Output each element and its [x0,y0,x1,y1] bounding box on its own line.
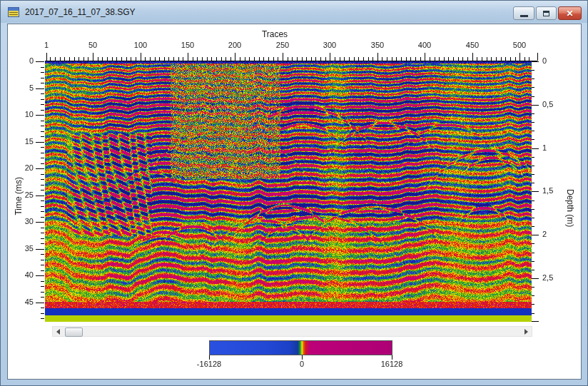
top-axis-major-tick [377,53,378,61]
time-tick-label: 20 [14,163,34,173]
trace-tick-label: 450 [458,41,487,50]
top-axis-minor-tick [150,57,151,61]
left-axis-minor-tick [41,136,44,137]
time-tick-label: 40 [14,270,34,280]
time-tick-label: 35 [14,244,34,253]
left-axis-minor-tick [41,297,44,298]
right-axis-minor-tick [532,131,534,131]
top-axis-minor-tick [263,57,264,61]
top-axis-minor-tick [278,57,278,61]
right-axis-minor-tick [532,139,534,140]
scrollbar-thumb[interactable] [65,327,83,337]
top-axis-minor-tick [382,57,382,61]
left-axis-major-tick [36,275,44,276]
top-axis-minor-tick [88,57,88,61]
top-axis-minor-tick [482,57,482,61]
top-axis-minor-tick [510,57,511,61]
depth-tick-label: 1,5 [542,186,564,195]
trace-tick-label: 200 [220,41,249,50]
restore-icon [543,11,549,16]
left-axis-major-tick [36,61,44,62]
top-axis-minor-tick [155,57,156,61]
right-axis-minor-tick [532,243,534,244]
top-axis-minor-tick [529,57,529,61]
top-axis-line [45,61,537,61]
top-axis-minor-tick [159,57,160,61]
top-axis-minor-tick [178,57,179,61]
top-axis-minor-tick [193,57,193,61]
top-axis-minor-tick [83,57,84,61]
top-axis-minor-tick [487,57,487,61]
scroll-left-button[interactable] [53,327,64,336]
top-axis-minor-tick [136,57,136,61]
top-axis-minor-tick [254,57,255,61]
right-axis-minor-tick [532,157,534,158]
time-tick-label: 25 [14,191,34,200]
left-axis-minor-tick [41,147,44,148]
client-area: Traces Time (ms) Depth (m) 1501001502002… [7,24,582,380]
depth-tick-label: 2 [542,230,564,239]
trace-tick-label: 350 [363,41,392,50]
top-axis-minor-tick [168,57,169,61]
right-axis-major-tick [532,278,539,279]
top-axis-minor-tick [221,57,222,61]
trace-tick-label: 150 [173,41,202,50]
colorbar-zero-label: 0 [280,360,323,368]
top-axis-minor-tick [462,57,463,61]
scroll-right-button[interactable] [521,327,532,336]
left-axis-minor-tick [41,99,44,100]
top-axis-minor-tick [69,57,70,61]
sgy-file-icon [8,7,19,17]
right-axis-minor-tick [532,113,534,114]
right-axis-major-tick [532,191,539,192]
trace-tick-label: 250 [268,41,297,50]
horizontal-scrollbar[interactable] [52,326,532,337]
left-axis-major-tick [36,168,44,169]
right-axis-major-tick [532,235,539,235]
left-axis-minor-tick [41,292,44,293]
top-axis-minor-tick [225,57,226,61]
right-axis-minor-tick [532,270,534,270]
top-axis-minor-tick [121,57,122,61]
restore-button[interactable] [536,6,557,20]
left-axis-minor-tick [41,211,44,212]
left-axis-minor-tick [41,206,44,207]
top-axis-minor-tick [74,57,75,61]
top-axis-minor-tick [467,57,468,61]
close-icon: ✕ [566,9,573,18]
top-axis-major-tick [330,53,330,61]
top-axis-minor-tick [496,57,497,61]
left-axis-minor-tick [41,281,44,282]
top-axis-minor-tick [164,57,165,61]
top-axis-minor-tick [354,57,355,61]
left-axis-major-tick [36,142,44,143]
top-axis-minor-tick [245,57,245,61]
left-axis-major-tick [36,88,44,89]
top-axis-minor-tick [387,57,387,61]
trace-tick-label: 400 [410,41,439,50]
left-axis-minor-tick [41,83,44,83]
time-tick-label: 0 [14,56,34,66]
close-button[interactable]: ✕ [558,6,582,20]
trace-tick-label: 1 [32,41,61,50]
minimize-button[interactable] [513,6,534,20]
left-axis-minor-tick [41,121,44,121]
right-axis-minor-tick [532,183,534,183]
left-axis-minor-tick [41,308,44,308]
top-axis-major-tick [472,53,473,61]
time-tick-label: 5 [14,83,34,93]
time-tick-label: 45 [14,298,34,307]
minimize-icon [520,15,528,17]
left-axis-minor-tick [41,228,44,228]
top-axis-minor-tick [435,57,435,61]
top-axis-minor-tick [64,57,65,61]
top-axis-minor-tick [302,57,303,61]
top-axis-minor-tick [392,57,392,61]
right-axis-minor-tick [532,78,534,79]
left-axis-minor-tick [41,72,44,73]
top-axis-major-tick [141,53,141,61]
top-axis-major-tick [93,53,93,61]
left-axis-minor-tick [41,233,44,233]
titlebar[interactable]: 2017_07_16_11_07_38.SGY [1,1,587,23]
left-axis-minor-tick [41,131,44,132]
